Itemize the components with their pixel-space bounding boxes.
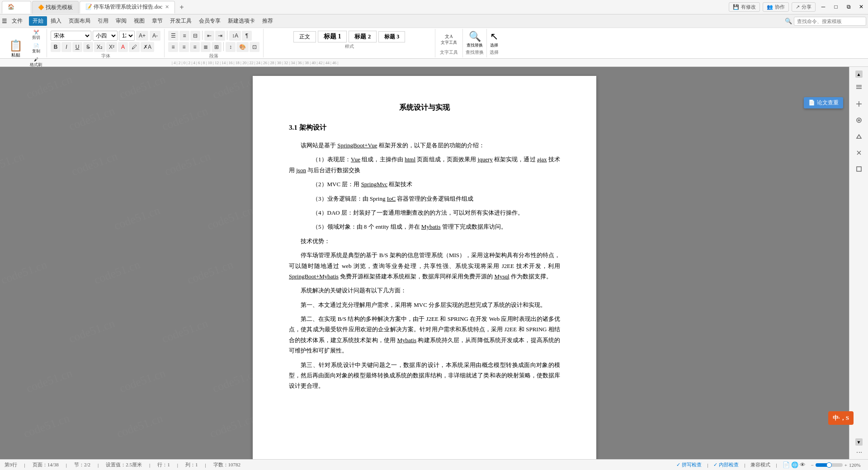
border-button[interactable]: ⊡ <box>250 42 259 52</box>
scroll-down-button[interactable]: ▼ <box>855 438 863 446</box>
menu-devtools[interactable]: 开发工具 <box>166 16 195 26</box>
status-separator-6: | <box>205 462 206 468</box>
menu-page-layout[interactable]: 页面布局 <box>65 16 94 26</box>
document-area[interactable]: code51.cn code51.cn code51.cn code51.cn … <box>0 67 849 459</box>
sort-button[interactable]: ↕A <box>229 31 241 41</box>
copy-icon: 📄 <box>33 43 39 48</box>
collaborate-button[interactable]: 👥 协作 <box>763 2 789 12</box>
new-tab-button[interactable]: + <box>176 3 187 11</box>
maximize-button[interactable]: ⧉ <box>844 2 854 12</box>
menu-newtab[interactable]: 新建选项卡 <box>224 16 259 26</box>
save-status[interactable]: 💾 有修改 <box>729 2 760 12</box>
layer-1: （1）表现层：Vue 组成，主操作由 html 页面组成，页面效果用 jquer… <box>289 154 560 175</box>
bullet-list-button[interactable]: ☰ <box>168 31 179 41</box>
status-spell[interactable]: ✓ 拼写检查 <box>676 461 702 468</box>
align-center-button[interactable]: ≡ <box>179 42 189 52</box>
thesis-check-panel[interactable]: 📄 论文查重 <box>804 97 843 108</box>
select-button[interactable]: ↖ 选择 <box>490 31 498 48</box>
tab-doc-label: 停车场管理系统设计报告.doc <box>94 3 162 11</box>
cut-button[interactable]: ✂️ 剪切 <box>28 29 44 42</box>
web-view-button[interactable]: 🌐 <box>791 461 798 469</box>
status-col: 列：1 <box>185 461 198 468</box>
vue-ref: Vue <box>351 156 360 163</box>
zoom-in-button[interactable]: + <box>844 462 847 468</box>
style-heading2[interactable]: 标题 2 <box>349 31 377 42</box>
show-marks-button[interactable]: ¶ <box>242 31 252 41</box>
font-grow-button[interactable]: A+ <box>136 31 148 41</box>
sidebar-tool-6[interactable] <box>853 163 865 175</box>
save-label: 有修改 <box>741 4 756 10</box>
font-size-num-select[interactable]: 12 <box>119 31 135 41</box>
subscript-button[interactable]: X₂ <box>94 42 105 52</box>
numbered-list-button[interactable]: ≡ <box>179 31 189 41</box>
layer-4: （4）DAO 层：封装好了一套通用增删查改的的方法，可以对所有实体进行操作。 <box>289 207 560 218</box>
close-button[interactable]: ✕ <box>856 2 866 12</box>
sidebar-tool-1[interactable] <box>853 81 865 94</box>
line-spacing-button[interactable]: ↕ <box>226 42 236 52</box>
menu-chapter[interactable]: 章节 <box>148 16 166 26</box>
superscript-button[interactable]: X² <box>106 42 117 52</box>
svg-rect-1 <box>856 87 862 88</box>
underline-button[interactable]: U <box>72 42 82 52</box>
highlight-button[interactable]: 🖊 <box>129 42 140 52</box>
menu-review[interactable]: 审阅 <box>112 16 130 26</box>
scroll-up-button[interactable]: ▲ <box>855 70 863 78</box>
zoom-handle[interactable] <box>826 462 832 468</box>
springmvc-ref: SpringMvc <box>361 181 388 188</box>
text-tool-button[interactable]: 文A 文字工具 <box>438 32 460 47</box>
font-shrink-button[interactable]: A- <box>150 31 160 41</box>
strikethrough-button[interactable]: S̶ <box>83 42 93 52</box>
sidebar-tool-3[interactable] <box>853 114 865 127</box>
find-replace-button[interactable]: 🔍 查找替换 <box>467 31 483 48</box>
menu-file[interactable]: 文件 <box>8 16 26 26</box>
style-heading3[interactable]: 标题 3 <box>378 31 405 42</box>
tab-doc[interactable]: 📝 停车场管理系统设计报告.doc ✕ <box>80 1 175 14</box>
sidebar-tool-2[interactable] <box>853 98 865 110</box>
read-view-button[interactable]: 👁 <box>800 461 806 469</box>
zoom-out-button[interactable]: − <box>811 462 814 468</box>
font-size-select[interactable]: 小四 <box>93 31 118 41</box>
menu-view[interactable]: 视图 <box>130 16 148 26</box>
minimize-button[interactable]: ─ <box>818 2 828 12</box>
tab-template[interactable]: 🔶 找板壳模板 <box>32 1 79 14</box>
decrease-indent-button[interactable]: ⇤ <box>204 31 214 41</box>
status-sep3: | <box>776 462 777 468</box>
ajax-ref: ajax <box>537 156 547 163</box>
tab-home[interactable]: 🏠 首页 <box>2 1 31 14</box>
paste-button[interactable]: 📋 粘贴 <box>5 38 27 60</box>
menu-reference[interactable]: 引用 <box>94 16 112 26</box>
font-color-button[interactable]: A <box>118 42 128 52</box>
align-justify-button[interactable]: ≣ <box>201 42 211 52</box>
zoom-slider[interactable] <box>816 463 843 467</box>
style-normal[interactable]: 正文 <box>293 31 316 42</box>
share-button[interactable]: ↗ 分享 <box>792 2 816 12</box>
increase-indent-button[interactable]: ⇥ <box>215 31 225 41</box>
status-internal[interactable]: ✓ 内部检查 <box>713 461 739 468</box>
doc-icon: 📝 <box>85 4 92 10</box>
menu-recommend[interactable]: 推荐 <box>259 16 277 26</box>
italic-button[interactable]: I <box>61 42 71 52</box>
status-sep: | <box>707 462 708 468</box>
distributed-button[interactable]: ⊞ <box>212 42 222 52</box>
align-right-button[interactable]: ≡ <box>190 42 200 52</box>
sidebar-tool-4[interactable] <box>853 130 865 143</box>
find-replace-icon: 🔍 <box>469 31 481 42</box>
menu-insert[interactable]: 插入 <box>47 16 65 26</box>
sidebar-tool-5[interactable] <box>853 146 865 159</box>
multilevel-list-button[interactable]: ⊟ <box>190 31 200 41</box>
bold-button[interactable]: B <box>51 42 61 52</box>
menu-vip[interactable]: 会员专享 <box>195 16 224 26</box>
more-options-button[interactable]: ⋮ <box>855 449 863 456</box>
style-heading1[interactable]: 标题 1 <box>318 31 347 42</box>
restore-button[interactable]: □ <box>831 2 841 12</box>
status-separator-4: | <box>149 462 150 468</box>
tab-close-button[interactable]: ✕ <box>165 4 169 10</box>
search-input[interactable] <box>794 17 866 26</box>
clear-format-button[interactable]: ✗A <box>141 42 154 52</box>
copy-button[interactable]: 📄 复制 <box>28 42 44 55</box>
align-left-button[interactable]: ≡ <box>168 42 178 52</box>
shading-button[interactable]: 🎨 <box>236 42 249 52</box>
menu-start[interactable]: 开始 <box>29 16 47 26</box>
print-view-button[interactable]: 📄 <box>783 461 790 469</box>
font-family-select[interactable]: 宋体 <box>51 31 91 41</box>
